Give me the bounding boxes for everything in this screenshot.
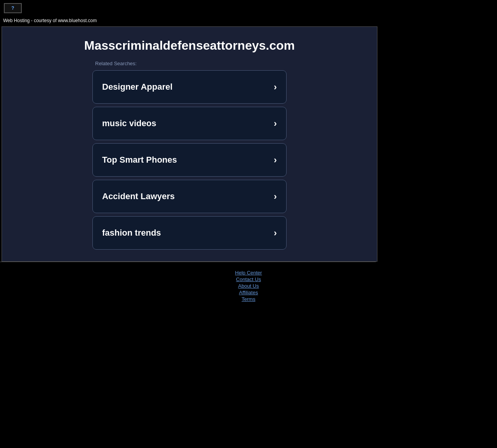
top-bar: ? (0, 0, 497, 16)
footer-link-about-us[interactable]: About Us (238, 283, 259, 289)
search-item-label: music videos (102, 118, 156, 128)
chevron-right-icon: › (274, 118, 277, 129)
chevron-right-icon: › (274, 82, 277, 92)
chevron-right-icon: › (274, 191, 277, 202)
search-results-list: Designer Apparel › music videos › Top Sm… (2, 70, 377, 250)
footer-link-terms[interactable]: Terms (242, 296, 255, 302)
hosting-notice-text: Web Hosting - courtesy of www.bluehost.c… (3, 18, 97, 23)
chevron-right-icon: › (274, 227, 277, 238)
footer-link-affiliates[interactable]: Affiliates (239, 290, 258, 295)
search-item-designer-apparel[interactable]: Designer Apparel › (92, 70, 287, 104)
search-item-label: Accident Lawyers (102, 191, 175, 201)
footer-link-help-center[interactable]: Help Center (235, 270, 262, 276)
search-item-accident-lawyers[interactable]: Accident Lawyers › (92, 180, 287, 213)
site-title: Masscriminaldefenseattorneys.com (2, 35, 377, 61)
footer-divider (0, 262, 376, 262)
chevron-right-icon: › (274, 155, 277, 165)
footer-links: Help Center Contact Us About Us Affiliat… (0, 266, 497, 306)
search-item-top-smart-phones[interactable]: Top Smart Phones › (92, 143, 287, 177)
search-item-label: Top Smart Phones (102, 155, 177, 165)
main-content-frame: Masscriminaldefenseattorneys.com Related… (2, 26, 377, 262)
search-item-fashion-trends[interactable]: fashion trends › (92, 216, 287, 250)
hosting-notice: Web Hosting - courtesy of www.bluehost.c… (0, 16, 497, 26)
search-item-label: fashion trends (102, 228, 161, 238)
search-item-label: Designer Apparel (102, 82, 172, 92)
browser-icon[interactable]: ? (4, 3, 22, 13)
footer-link-contact-us[interactable]: Contact Us (236, 276, 261, 282)
search-item-music-videos[interactable]: music videos › (92, 107, 287, 140)
related-searches-label: Related Searches: (2, 61, 377, 70)
browser-icon-label: ? (11, 5, 14, 11)
